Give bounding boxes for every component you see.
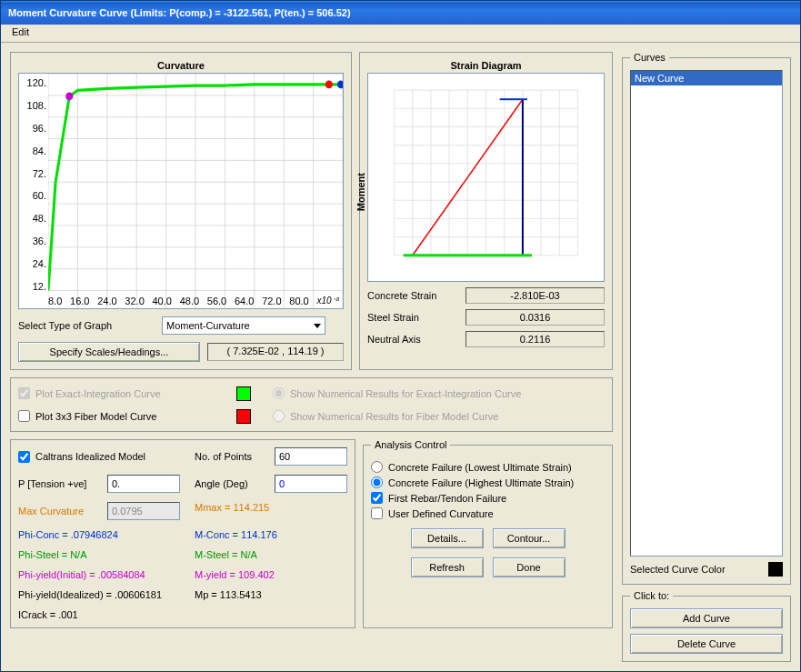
window-title: Moment Curvature Curve (Limits: P(comp.)… — [8, 7, 351, 18]
menu-edit[interactable]: Edit — [6, 25, 35, 39]
exact-color-swatch — [236, 386, 251, 401]
show-exact-radio: Show Numerical Results for Exact-Integra… — [273, 387, 605, 399]
strain-panel: Strain Diagram — [359, 52, 613, 370]
radio-highest[interactable]: Concrete Failure (Highest Ultimate Strai… — [371, 476, 605, 488]
add-curve-button[interactable]: Add Curve — [630, 608, 783, 628]
graph-type-combo[interactable]: Moment-Curvature — [162, 316, 325, 335]
mp-label: Mp = 113.5413 — [195, 589, 347, 600]
delete-curve-button[interactable]: Delete Curve — [630, 634, 783, 654]
neutral-axis-value: 0.2116 — [466, 331, 605, 347]
steel-strain-row: Steel Strain 0.0316 — [367, 309, 605, 326]
specify-scales-button[interactable]: Specify Scales/Headings... — [18, 342, 200, 362]
chevron-down-icon — [314, 324, 321, 328]
show-fiber-radio: Show Numerical Results for Fiber Model C… — [273, 410, 605, 422]
svg-point-23 — [325, 81, 333, 89]
radio-lowest[interactable]: Concrete Failure (Lowest Ultimate Strain… — [371, 461, 605, 473]
title-bar[interactable]: Moment Curvature Curve (Limits: P(comp.)… — [1, 1, 800, 25]
msteel-label: M-Steel = N/A — [195, 549, 347, 560]
analysis-control-panel: Analysis Control Concrete Failure (Lowes… — [363, 439, 613, 628]
selected-color-swatch[interactable] — [768, 562, 783, 577]
check-user-curv[interactable]: User Defined Curvature — [371, 507, 605, 519]
cursor-readout: ( 7.325E-02 , 114.19 ) — [207, 343, 344, 361]
top-row: Curvature 120. 108. 96. 84. 72. 60. 48. … — [10, 52, 613, 370]
phiyield-init-label: Phi-yield(Initial) = .00584084 — [18, 569, 180, 580]
svg-point-24 — [337, 81, 343, 89]
curvature-controls: Select Type of Graph Moment-Curvature — [18, 316, 344, 335]
list-item[interactable]: New Curve — [631, 71, 782, 85]
curvature-x-axis: 8.0 16.0 24.0 32.0 40.0 48.0 56.0 64.0 7… — [48, 296, 339, 306]
curves-panel: Curves New Curve Selected Curve Color — [622, 52, 791, 585]
done-button[interactable]: Done — [493, 557, 566, 577]
phiconc-label: Phi-Conc = .07946824 — [18, 529, 180, 540]
neutral-axis-row: Neutral Axis 0.2116 — [367, 331, 605, 347]
steel-strain-value: 0.0316 — [466, 309, 605, 326]
curvature-y-axis: 120. 108. 96. 84. 72. 60. 48. 36. 24. 12… — [19, 74, 48, 308]
mconc-label: M-Conc = 114.176 — [195, 529, 347, 540]
plot-options-panel: Plot Exact-Integration Curve Show Numeri… — [10, 377, 613, 432]
curvature-controls-2: Specify Scales/Headings... ( 7.325E-02 ,… — [18, 342, 344, 362]
icrack-label: ICrack = .001 — [18, 609, 180, 620]
plot-exact-check[interactable]: Plot Exact-Integration Curve — [18, 387, 236, 399]
myield-label: M-yield = 109.402 — [195, 569, 347, 580]
app-window: Moment Curvature Curve (Limits: P(comp.)… — [0, 0, 801, 672]
refresh-button[interactable]: Refresh — [411, 557, 484, 577]
maxcurv-input — [107, 502, 180, 520]
results-panel: Caltrans Idealized Model No. of Points P… — [10, 439, 355, 628]
curve-actions-panel: Click to: Add Curve Delete Curve — [622, 590, 791, 662]
right-column: Curves New Curve Selected Curve Color Cl… — [622, 52, 791, 662]
concrete-strain-value: -2.810E-03 — [466, 287, 605, 304]
details-button[interactable]: Details... — [411, 528, 484, 548]
p-input[interactable] — [107, 475, 180, 493]
select-graph-label: Select Type of Graph — [18, 320, 155, 331]
curvature-title: Curvature — [18, 60, 344, 71]
phisteel-label: Phi-Steel = N/A — [18, 549, 180, 560]
plot-fiber-check[interactable]: Plot 3x3 Fiber Model Curve — [18, 410, 236, 422]
check-rebar[interactable]: First Rebar/Tendon Failure — [371, 492, 605, 504]
curves-listbox[interactable]: New Curve — [630, 70, 783, 557]
caltrans-check[interactable]: Caltrans Idealized Model — [18, 449, 180, 464]
npoints-input[interactable] — [275, 447, 347, 466]
phiyield-ideal-label: Phi-yield(Idealized) = .00606181 — [18, 589, 180, 600]
fiber-color-swatch — [236, 409, 251, 424]
curvature-plot[interactable]: 120. 108. 96. 84. 72. 60. 48. 36. 24. 12… — [18, 73, 344, 309]
strain-svg — [375, 81, 596, 274]
concrete-strain-row: Concrete Strain -2.810E-03 — [367, 287, 605, 304]
left-column: Curvature 120. 108. 96. 84. 72. 60. 48. … — [10, 52, 613, 662]
mmax-label: Mmax = 114.215 — [195, 502, 347, 520]
client-area: Curvature 120. 108. 96. 84. 72. 60. 48. … — [1, 43, 800, 671]
curvature-plot-area — [48, 74, 343, 308]
contour-button[interactable]: Contour... — [493, 528, 566, 548]
svg-point-22 — [65, 93, 73, 101]
curvature-panel: Curvature 120. 108. 96. 84. 72. 60. 48. … — [10, 52, 352, 370]
curvature-svg — [48, 74, 343, 308]
angle-input[interactable] — [275, 475, 347, 493]
strain-plot[interactable] — [367, 73, 605, 282]
moment-axis-label: Moment — [355, 173, 366, 211]
menu-bar: Edit — [1, 25, 800, 43]
strain-title: Strain Diagram — [367, 60, 605, 71]
